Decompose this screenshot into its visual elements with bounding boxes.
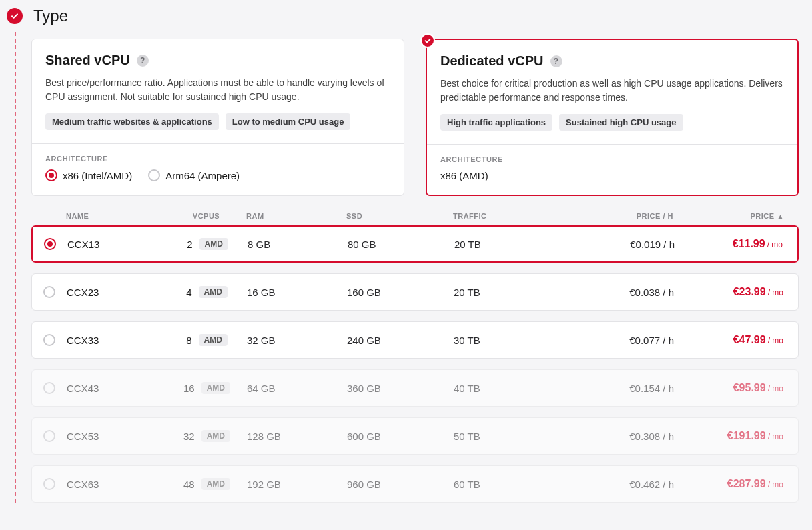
plan-name: CCX43 bbox=[67, 383, 167, 394]
plan-name: CCX23 bbox=[67, 287, 167, 298]
plan-radio[interactable] bbox=[32, 478, 67, 490]
th-price[interactable]: PRICE ▲ bbox=[673, 212, 799, 220]
plan-price: €47.99/ mo bbox=[674, 334, 798, 346]
plan-ssd: 160 GB bbox=[347, 287, 454, 298]
plan-ram: 64 GB bbox=[247, 383, 347, 394]
th-price-label: PRICE bbox=[750, 212, 774, 220]
plan-traffic: 60 TB bbox=[454, 479, 560, 490]
card-dedicated-vcpu[interactable]: Dedicated vCPU ? Best choice for critica… bbox=[426, 39, 799, 196]
arch-option-label: x86 (Intel/AMD) bbox=[63, 170, 132, 181]
section-title: Type bbox=[33, 7, 68, 25]
arch-option-arm64[interactable]: Arm64 (Ampere) bbox=[148, 169, 240, 181]
plan-name: CCX13 bbox=[67, 239, 167, 250]
plan-ram: 32 GB bbox=[247, 335, 347, 346]
card-shared-vcpu[interactable]: Shared vCPU ? Best price/performance rat… bbox=[31, 39, 404, 196]
radio-icon bbox=[43, 334, 55, 346]
plan-ssd: 360 GB bbox=[347, 383, 454, 394]
plan-traffic: 20 TB bbox=[454, 239, 561, 250]
vendor-badge: AMD bbox=[201, 478, 230, 490]
plan-vcpu-count: 4 bbox=[186, 287, 191, 298]
tag: Sustained high CPU usage bbox=[559, 114, 683, 131]
plan-vcpu-count: 32 bbox=[183, 431, 195, 442]
plan-price-value: €191.99 bbox=[727, 430, 766, 441]
architecture-label: ARCHITECTURE bbox=[440, 155, 784, 163]
vendor-badge: AMD bbox=[201, 382, 230, 394]
section-complete-icon bbox=[7, 8, 23, 24]
plan-row[interactable]: CCX33 8 AMD 32 GB 240 GB 30 TB €0.077 / … bbox=[31, 321, 799, 359]
plan-row[interactable]: CCX53 32 AMD 128 GB 600 GB 50 TB €0.308 … bbox=[31, 417, 799, 455]
plan-price-suffix: / mo bbox=[768, 288, 783, 297]
plan-vcpu-count: 2 bbox=[187, 239, 192, 250]
tag: Medium traffic websites & applications bbox=[45, 113, 219, 130]
th-price-hourly[interactable]: PRICE / H bbox=[560, 212, 673, 220]
th-vcpus[interactable]: VCPUS bbox=[166, 212, 246, 220]
plan-price-suffix: / mo bbox=[768, 336, 783, 345]
plan-vcpus: 32 AMD bbox=[167, 430, 247, 442]
plan-ssd: 600 GB bbox=[347, 431, 454, 442]
vendor-badge: AMD bbox=[199, 238, 228, 250]
plan-vcpus: 2 AMD bbox=[167, 238, 248, 250]
plan-name: CCX33 bbox=[67, 335, 167, 346]
help-icon[interactable]: ? bbox=[550, 55, 562, 67]
th-ram[interactable]: RAM bbox=[246, 212, 346, 220]
plan-ram: 128 GB bbox=[247, 431, 347, 442]
plan-traffic: 30 TB bbox=[454, 335, 560, 346]
arch-option-label: Arm64 (Ampere) bbox=[165, 170, 240, 181]
radio-icon bbox=[45, 169, 57, 181]
plan-price: €95.99/ mo bbox=[674, 382, 798, 394]
plan-traffic: 20 TB bbox=[454, 287, 560, 298]
table-header: NAME VCPUS RAM SSD TRAFFIC PRICE / H PRI… bbox=[31, 203, 799, 225]
plan-traffic: 40 TB bbox=[454, 383, 560, 394]
plan-vcpu-count: 8 bbox=[186, 335, 191, 346]
plan-price-value: €11.99 bbox=[733, 238, 765, 249]
plan-ssd: 80 GB bbox=[348, 239, 454, 250]
plan-row[interactable]: CCX63 48 AMD 192 GB 960 GB 60 TB €0.462 … bbox=[31, 465, 799, 503]
plan-price-hourly: €0.019 / h bbox=[561, 239, 675, 250]
th-traffic[interactable]: TRAFFIC bbox=[453, 212, 560, 220]
card-title: Shared vCPU bbox=[45, 53, 130, 68]
radio-icon bbox=[43, 478, 55, 490]
plan-name: CCX53 bbox=[67, 431, 167, 442]
plan-row[interactable]: CCX13 2 AMD 8 GB 80 GB 20 TB €0.019 / h … bbox=[31, 225, 799, 263]
radio-icon bbox=[43, 382, 55, 394]
plan-vcpus: 4 AMD bbox=[167, 286, 247, 298]
plan-ssd: 960 GB bbox=[347, 479, 454, 490]
plan-price-hourly: €0.077 / h bbox=[560, 335, 674, 346]
plan-radio[interactable] bbox=[32, 430, 67, 442]
th-ssd[interactable]: SSD bbox=[346, 212, 453, 220]
plan-price-hourly: €0.308 / h bbox=[560, 431, 674, 442]
plan-vcpus: 8 AMD bbox=[167, 334, 247, 346]
plan-vcpus: 16 AMD bbox=[167, 382, 247, 394]
card-description: Best choice for critical production as w… bbox=[440, 77, 784, 105]
plan-ram: 8 GB bbox=[248, 239, 348, 250]
plan-price: €191.99/ mo bbox=[674, 430, 798, 442]
radio-icon bbox=[148, 169, 160, 181]
plan-price-value: €287.99 bbox=[727, 478, 766, 489]
plan-price-suffix: / mo bbox=[768, 432, 783, 441]
plan-radio[interactable] bbox=[32, 334, 67, 346]
plan-price-suffix: / mo bbox=[767, 240, 783, 249]
plan-price-value: €47.99 bbox=[733, 334, 766, 345]
tag-row: Medium traffic websites & applications L… bbox=[45, 113, 390, 130]
plan-row[interactable]: CCX43 16 AMD 64 GB 360 GB 40 TB €0.154 /… bbox=[31, 369, 799, 407]
sort-asc-icon: ▲ bbox=[777, 213, 784, 220]
plan-price-hourly: €0.038 / h bbox=[560, 287, 674, 298]
radio-icon bbox=[43, 286, 55, 298]
plan-row[interactable]: CCX23 4 AMD 16 GB 160 GB 20 TB €0.038 / … bbox=[31, 273, 799, 311]
plan-radio[interactable] bbox=[32, 286, 67, 298]
plan-price-value: €95.99 bbox=[733, 382, 766, 393]
card-description: Best price/performance ratio. Applicatio… bbox=[45, 76, 390, 104]
plan-price: €11.99/ mo bbox=[675, 238, 797, 250]
plan-price-suffix: / mo bbox=[768, 480, 783, 489]
plan-price-hourly: €0.462 / h bbox=[560, 479, 674, 490]
plan-name: CCX63 bbox=[67, 479, 167, 490]
arch-option-x86[interactable]: x86 (Intel/AMD) bbox=[45, 169, 132, 181]
plan-vcpu-count: 16 bbox=[183, 383, 195, 394]
help-icon[interactable]: ? bbox=[137, 55, 149, 67]
plan-radio[interactable] bbox=[33, 238, 67, 250]
plan-traffic: 50 TB bbox=[454, 431, 560, 442]
th-name[interactable]: NAME bbox=[66, 212, 166, 220]
architecture-value: x86 (AMD) bbox=[440, 170, 784, 181]
architecture-label: ARCHITECTURE bbox=[45, 155, 390, 163]
plan-radio[interactable] bbox=[32, 382, 67, 394]
